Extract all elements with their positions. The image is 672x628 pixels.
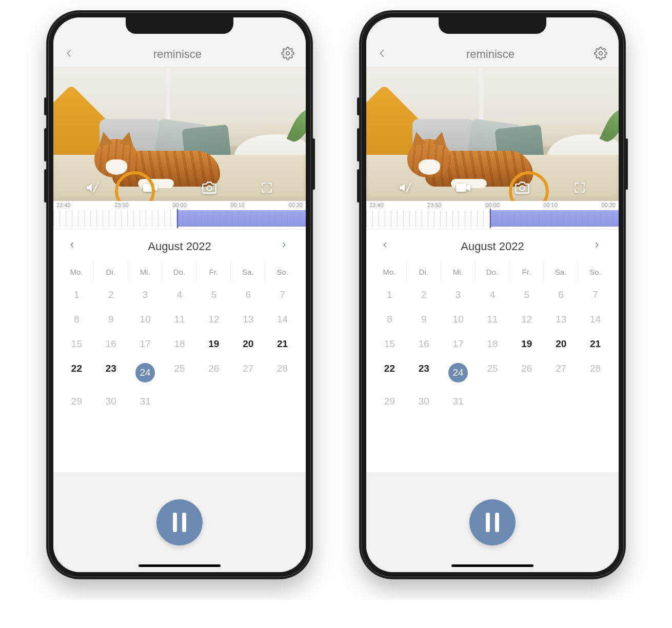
timeline-cursor[interactable] <box>177 209 178 228</box>
settings-button[interactable] <box>594 47 607 62</box>
calendar-day[interactable]: 20 <box>544 332 578 356</box>
calendar-day[interactable]: 1 <box>60 282 94 307</box>
calendar-day[interactable]: 28 <box>578 356 612 389</box>
calendar-day[interactable]: 10 <box>128 307 163 332</box>
calendar-day[interactable]: 14 <box>578 307 612 332</box>
prev-month-button[interactable] <box>70 240 77 253</box>
timeline-tick-label: 00:00 <box>485 202 500 208</box>
weekday-label: Di. <box>94 261 128 282</box>
settings-button[interactable] <box>281 47 294 62</box>
calendar-day[interactable]: 6 <box>544 282 578 307</box>
screen: reminisce <box>53 17 306 572</box>
calendar-day[interactable]: 16 <box>407 332 441 356</box>
calendar-day[interactable]: 15 <box>372 332 407 356</box>
back-button[interactable] <box>378 47 387 62</box>
mute-icon[interactable] <box>86 181 99 196</box>
calendar-day[interactable]: 27 <box>544 356 578 389</box>
calendar-day[interactable]: 13 <box>544 307 578 332</box>
snapshot-icon[interactable] <box>202 180 216 197</box>
calendar-day[interactable]: 12 <box>196 307 231 332</box>
calendar-day[interactable]: 8 <box>372 307 407 332</box>
calendar-day[interactable]: 30 <box>407 389 441 414</box>
calendar-day[interactable]: 21 <box>578 332 612 356</box>
calendar-day[interactable]: 27 <box>231 356 265 389</box>
calendar-day-empty <box>544 389 578 414</box>
back-button[interactable] <box>65 47 74 62</box>
calendar-day[interactable]: 21 <box>265 332 300 356</box>
calendar-day[interactable]: 13 <box>231 307 265 332</box>
snapshot-icon[interactable] <box>515 180 529 197</box>
calendar-day[interactable]: 31 <box>128 389 163 414</box>
calendar-day[interactable]: 17 <box>441 332 476 356</box>
calendar-day[interactable]: 20 <box>231 332 265 356</box>
calendar-day[interactable]: 9 <box>407 307 441 332</box>
calendar-day[interactable]: 15 <box>60 332 94 356</box>
calendar-day[interactable]: 10 <box>441 307 476 332</box>
weekday-label: Mo. <box>60 261 94 282</box>
calendar-day[interactable]: 7 <box>265 282 300 307</box>
playback-timeline[interactable]: 23:4023:5000:0000:1000:20 <box>366 201 619 230</box>
timeline-tick-label: 00:20 <box>288 202 303 208</box>
weekday-label: Mo. <box>372 261 407 282</box>
calendar-day[interactable]: 29 <box>372 389 407 414</box>
record-icon[interactable] <box>143 182 158 195</box>
calendar-day[interactable]: 19 <box>509 332 544 356</box>
calendar-day[interactable]: 4 <box>476 282 510 307</box>
record-icon[interactable] <box>456 182 471 195</box>
calendar: August 2022 Mo.Di.Mi.Do.Fr.Sa.So. 123456… <box>53 230 306 414</box>
calendar-day[interactable]: 19 <box>196 332 231 356</box>
calendar-day[interactable]: 6 <box>231 282 265 307</box>
calendar-day[interactable]: 25 <box>476 356 510 389</box>
calendar-day[interactable]: 18 <box>476 332 510 356</box>
pause-button[interactable] <box>156 499 203 545</box>
calendar-month-label: August 2022 <box>461 240 524 253</box>
prev-month-button[interactable] <box>383 240 390 253</box>
calendar-day[interactable]: 22 <box>60 356 94 389</box>
calendar-day[interactable]: 17 <box>128 332 163 356</box>
page-title: reminisce <box>153 48 202 61</box>
calendar-day[interactable]: 12 <box>509 307 544 332</box>
calendar-day[interactable]: 4 <box>163 282 197 307</box>
fullscreen-icon[interactable] <box>260 181 273 196</box>
home-indicator <box>139 564 221 567</box>
calendar-day[interactable]: 18 <box>163 332 197 356</box>
calendar-day[interactable]: 3 <box>128 282 163 307</box>
calendar-day-empty <box>476 389 510 414</box>
calendar-day[interactable]: 30 <box>94 389 128 414</box>
calendar-day[interactable]: 26 <box>196 356 231 389</box>
calendar-day[interactable]: 11 <box>163 307 197 332</box>
calendar-day[interactable]: 23 <box>407 356 441 389</box>
calendar-day[interactable]: 23 <box>94 356 128 389</box>
app-header: reminisce <box>53 41 306 68</box>
calendar-day[interactable]: 14 <box>265 307 300 332</box>
video-feed[interactable] <box>53 68 306 201</box>
playback-timeline[interactable]: 23:4023:5000:0000:1000:20 <box>53 201 306 230</box>
calendar-day[interactable]: 29 <box>60 389 94 414</box>
next-month-button[interactable] <box>282 240 289 253</box>
weekday-label: Do. <box>476 261 510 282</box>
calendar-day[interactable]: 24 <box>128 356 163 389</box>
calendar-day[interactable]: 9 <box>94 307 128 332</box>
calendar-day[interactable]: 8 <box>60 307 94 332</box>
fullscreen-icon[interactable] <box>573 181 586 196</box>
calendar-day[interactable]: 3 <box>441 282 476 307</box>
calendar-day[interactable]: 11 <box>476 307 510 332</box>
mute-icon[interactable] <box>399 181 412 196</box>
calendar-day[interactable]: 5 <box>196 282 231 307</box>
next-month-button[interactable] <box>595 240 602 253</box>
calendar-day[interactable]: 5 <box>509 282 544 307</box>
calendar-day[interactable]: 16 <box>94 332 128 356</box>
calendar-day[interactable]: 22 <box>372 356 407 389</box>
calendar-day[interactable]: 1 <box>372 282 407 307</box>
calendar-day[interactable]: 2 <box>407 282 441 307</box>
calendar-day[interactable]: 26 <box>509 356 544 389</box>
calendar-day[interactable]: 2 <box>94 282 128 307</box>
pause-button[interactable] <box>469 499 516 545</box>
video-feed[interactable] <box>366 68 619 201</box>
timeline-cursor[interactable] <box>490 209 491 228</box>
calendar-day[interactable]: 7 <box>578 282 612 307</box>
calendar-day[interactable]: 28 <box>265 356 300 389</box>
calendar-day[interactable]: 25 <box>163 356 197 389</box>
calendar-day[interactable]: 31 <box>441 389 476 414</box>
calendar-day[interactable]: 24 <box>441 356 476 389</box>
